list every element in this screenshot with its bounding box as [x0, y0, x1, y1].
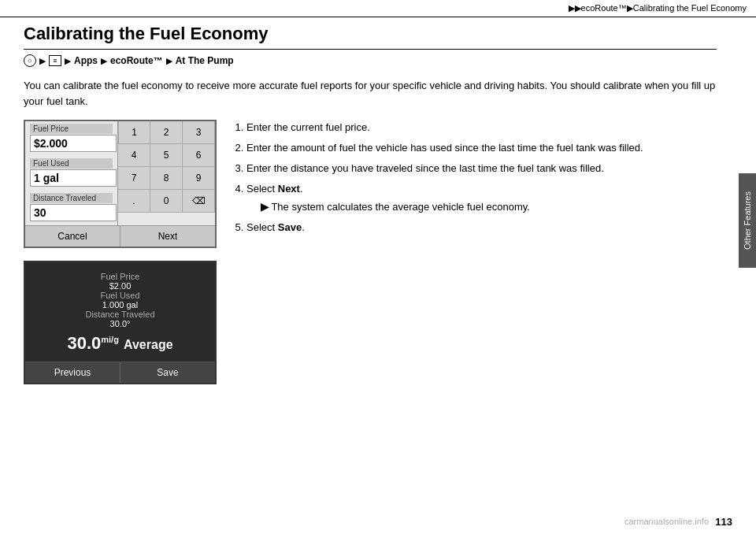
step-5: Select Save.: [246, 220, 717, 235]
header-bar: ▶▶ecoRoute™▶Calibrating the Fuel Economy: [0, 0, 756, 17]
numpad-3[interactable]: 3: [183, 121, 215, 144]
instructions: Enter the current fuel price. Enter the …: [232, 120, 717, 235]
distance-row: Distance Traveled 30: [25, 191, 117, 225]
numpad-backspace[interactable]: ⌫: [183, 190, 215, 213]
nav-apps: Apps: [74, 55, 98, 66]
page-title: Calibrating the Fuel Economy: [24, 24, 717, 50]
fuel-used-input[interactable]: 1 gal: [30, 169, 117, 187]
step-4-sub: ▶ The system calculates the average vehi…: [246, 199, 717, 215]
numpad-2[interactable]: 2: [150, 121, 183, 144]
step-2-text: Enter the amount of fuel the vehicle has…: [246, 142, 643, 154]
fuel-price-input[interactable]: $2.000: [30, 135, 117, 152]
entry-layout: Fuel Price $2.000 Fuel Used 1 gal Distan…: [25, 121, 215, 225]
two-col-layout: Fuel Price $2.000 Fuel Used 1 gal Distan…: [24, 120, 717, 384]
result-number: 30.0: [67, 333, 101, 353]
step-4-bold: Next: [278, 183, 300, 195]
numpad-grid: 1 2 3 4 5 6 7 8 9 . 0 ⌫: [118, 121, 215, 213]
result-fuel-used-label: Fuel Used: [38, 291, 202, 300]
numpad-4[interactable]: 4: [118, 144, 150, 167]
entry-mockup: Fuel Price $2.000 Fuel Used 1 gal Distan…: [24, 120, 217, 248]
step-4-arrow: ▶: [261, 201, 269, 213]
step-2: Enter the amount of fuel the vehicle has…: [246, 140, 717, 156]
page-number: 113: [715, 516, 732, 528]
fuel-price-label: Fuel Price: [30, 124, 113, 134]
result-big: 30.0mi/g Average: [38, 333, 202, 354]
instructions-col: Enter the current fuel price. Enter the …: [232, 120, 717, 384]
step-5-bold: Save: [278, 221, 302, 233]
result-action-bar: Previous Save: [25, 362, 215, 383]
step-4-text: Select Next.: [246, 183, 303, 195]
nav-arrow-3: ▶: [101, 57, 107, 65]
step-3: Enter the distance you have traveled sin…: [246, 161, 717, 176]
nav-arrow-1: ▶: [39, 57, 46, 65]
nav-icon-menu: ≡: [49, 55, 61, 66]
step-3-text: Enter the distance you have traveled sin…: [246, 162, 604, 174]
fuel-used-label: Fuel Used: [30, 158, 113, 169]
next-button[interactable]: Next: [120, 226, 215, 247]
save-button[interactable]: Save: [120, 362, 215, 383]
numpad-1[interactable]: 1: [118, 121, 150, 144]
body-text: You can calibrate the fuel economy to re…: [24, 78, 717, 109]
previous-button[interactable]: Previous: [25, 362, 120, 383]
nav-ecoroute: ecoRoute™: [110, 55, 163, 66]
result-fuel-price-value: $2.00: [38, 281, 202, 291]
result-fuel-price-label: Fuel Price: [38, 272, 202, 281]
result-distance-label: Distance Traveled: [38, 310, 202, 319]
result-mockup: Fuel Price $2.00 Fuel Used 1.000 gal Dis…: [24, 261, 217, 384]
distance-label: Distance Traveled: [30, 193, 113, 203]
cancel-button[interactable]: Cancel: [25, 226, 120, 247]
fuel-used-row: Fuel Used 1 gal: [25, 156, 117, 191]
numpad-dot[interactable]: .: [118, 190, 150, 213]
numpad-area: 1 2 3 4 5 6 7 8 9 . 0 ⌫: [118, 121, 215, 225]
numpad-0[interactable]: 0: [150, 190, 183, 213]
step-5-text: Select Save.: [246, 221, 305, 233]
nav-icon-circle: ○: [24, 54, 36, 67]
nav-arrow-4: ▶: [166, 57, 172, 65]
numpad-9[interactable]: 9: [183, 167, 215, 190]
step-1: Enter the current fuel price.: [246, 120, 717, 135]
ui-mockups: Fuel Price $2.000 Fuel Used 1 gal Distan…: [24, 120, 217, 384]
result-unit: mi/g: [101, 335, 119, 344]
step-4: Select Next. ▶ The system calculates the…: [246, 181, 717, 214]
fuel-price-row: Fuel Price $2.000: [25, 121, 117, 156]
sidebar-label: Other Features: [743, 191, 752, 250]
step-1-text: Enter the current fuel price.: [246, 121, 370, 133]
result-distance-value: 30.0°: [38, 319, 202, 328]
nav-arrow-2: ▶: [65, 57, 71, 65]
result-info: Fuel Price $2.00 Fuel Used 1.000 gal Dis…: [25, 262, 215, 362]
main-content: Calibrating the Fuel Economy ○ ▶ ≡ ▶ App…: [24, 24, 717, 510]
numpad-6[interactable]: 6: [183, 144, 215, 167]
numpad-7[interactable]: 7: [118, 167, 150, 190]
entry-action-bar: Cancel Next: [25, 225, 215, 247]
result-avg: Average: [124, 338, 173, 351]
breadcrumb: ○ ▶ ≡ ▶ Apps ▶ ecoRoute™ ▶ At The Pump: [24, 54, 717, 67]
entry-fields: Fuel Price $2.000 Fuel Used 1 gal Distan…: [25, 121, 118, 225]
result-fuel-used-value: 1.000 gal: [38, 300, 202, 310]
numpad-5[interactable]: 5: [150, 144, 183, 167]
sidebar-tab: Other Features: [739, 173, 756, 268]
nav-atpump: At The Pump: [176, 55, 234, 66]
header-breadcrumb: ▶▶ecoRoute™▶Calibrating the Fuel Economy: [569, 3, 747, 13]
numpad-8[interactable]: 8: [150, 167, 183, 190]
watermark: carmanualsonline.info: [624, 517, 709, 526]
distance-input[interactable]: 30: [30, 204, 117, 221]
